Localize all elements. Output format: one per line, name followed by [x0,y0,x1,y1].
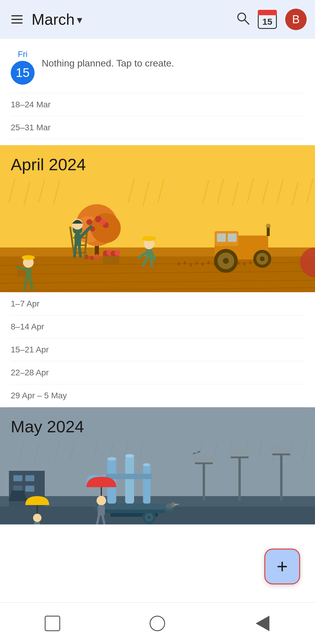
svg-point-46 [100,219,106,225]
bottom-nav [0,602,315,644]
week-range-item[interactable]: 8–14 Apr [11,315,304,338]
svg-line-78 [24,279,26,290]
svg-rect-83 [228,233,237,242]
svg-rect-119 [11,490,24,494]
search-icon[interactable] [236,11,249,28]
svg-line-64 [75,246,76,256]
app-header: March ▾ 15 B [0,0,315,39]
svg-rect-114 [25,475,34,481]
svg-line-72 [151,258,152,266]
may-illustration [0,441,315,524]
svg-point-134 [193,455,201,463]
svg-line-79 [31,279,32,289]
svg-point-42 [86,219,92,225]
menu-button[interactable] [8,12,26,27]
date-row: Fri 15 Nothing planned. Tap to create. [11,49,304,85]
svg-rect-147 [272,453,290,455]
day-name: Fri [18,49,28,59]
svg-point-125 [143,463,150,466]
svg-point-49 [94,254,99,259]
svg-point-145 [277,446,285,454]
svg-rect-118 [10,494,26,498]
svg-point-121 [107,457,116,461]
svg-rect-150 [98,505,105,515]
march-week-ranges: 18–24 Mar 25–31 Mar [0,93,315,145]
today-button[interactable]: 15 [258,10,277,29]
svg-point-35 [243,262,246,266]
week-range-item[interactable]: 18–24 Mar [11,93,304,116]
home-button[interactable] [145,612,169,635]
chevron-down-icon[interactable]: ▾ [77,14,82,26]
may-banner: May 2024 [0,407,315,524]
svg-rect-142 [231,456,249,458]
svg-rect-143 [280,450,283,501]
svg-point-140 [235,449,244,457]
svg-point-154 [33,514,41,522]
svg-point-74 [22,255,35,260]
svg-rect-113 [13,475,22,481]
svg-rect-116 [25,486,34,492]
svg-point-48 [90,256,94,260]
svg-rect-124 [143,465,150,504]
svg-point-91 [266,224,271,228]
header-actions: 15 B [236,9,307,30]
svg-rect-117 [9,498,27,501]
date-circle[interactable]: 15 [11,61,35,85]
svg-rect-138 [238,453,241,501]
svg-rect-155 [34,522,40,524]
svg-point-146 [284,446,293,454]
svg-point-136 [207,455,215,463]
svg-point-86 [223,258,229,264]
svg-point-139 [228,449,237,457]
svg-point-24 [178,262,180,266]
week-range-item[interactable]: 22–28 Apr [11,361,304,384]
svg-point-26 [190,263,192,267]
april-week-ranges: 1–7 Apr 8–14 Apr 15–21 Apr 22–28 Apr 29 … [0,292,315,407]
recents-button[interactable] [41,612,64,635]
svg-point-141 [243,449,251,457]
user-avatar[interactable]: B [285,9,307,30]
svg-point-27 [195,261,198,265]
svg-rect-122 [125,456,134,504]
svg-point-36 [249,261,252,264]
svg-rect-137 [195,462,213,464]
svg-point-89 [260,256,265,261]
triangle-icon [256,616,269,631]
add-event-button[interactable]: + [264,549,300,584]
may-title: May 2024 [0,407,315,441]
april-title: April 2024 [0,145,315,179]
svg-rect-133 [203,459,205,501]
month-title: March [32,10,75,28]
april-banner: April 2024 [0,145,315,292]
square-icon [45,616,60,631]
svg-point-135 [200,455,208,463]
week-range-item[interactable]: 15–21 Apr [11,338,304,361]
svg-point-68 [142,236,156,241]
nothing-planned-text[interactable]: Nothing planned. Tap to create. [42,49,304,69]
march-date-section: Fri 15 Nothing planned. Tap to create. [0,39,315,93]
plus-icon: + [277,557,288,576]
date-bubble-wrap: Fri 15 [11,49,35,85]
back-button[interactable] [251,612,274,635]
svg-line-65 [79,246,80,256]
svg-point-123 [125,454,134,458]
svg-point-28 [201,262,204,266]
svg-rect-128 [103,510,165,513]
svg-rect-90 [267,227,270,236]
svg-point-132 [147,515,151,519]
circle-icon [150,616,165,631]
svg-rect-126 [106,474,152,479]
svg-point-149 [97,496,106,505]
svg-point-29 [207,261,210,264]
week-range-item[interactable]: 25–31 Mar [11,116,304,139]
header-title-wrap: March ▾ [32,10,230,28]
week-range-item[interactable]: 29 Apr – 5 May [11,384,304,407]
svg-point-144 [270,446,278,454]
svg-line-1 [245,20,249,24]
svg-point-59 [114,250,120,256]
svg-rect-82 [217,233,226,242]
week-range-item[interactable]: 1–7 Apr [11,292,304,315]
svg-point-25 [184,261,186,265]
april-illustration [0,179,315,292]
